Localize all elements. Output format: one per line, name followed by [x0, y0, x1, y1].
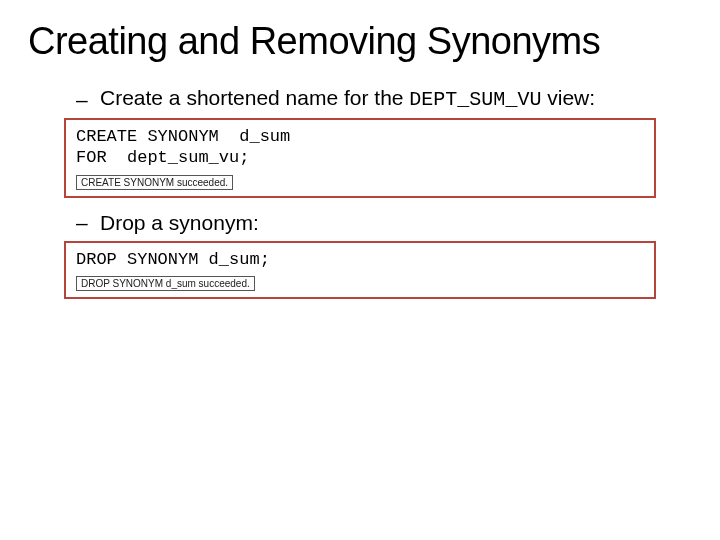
bullet-text: Create a shortened name for the DEPT_SUM… [100, 85, 595, 112]
slide-title: Creating and Removing Synonyms [28, 20, 692, 63]
bullet-text-post: view: [541, 86, 595, 109]
bullet-dash-icon: – [76, 87, 94, 112]
bullet-item-2: – Drop a synonym: [76, 210, 692, 235]
code-box-drop: DROP SYNONYM d_sum; DROP SYNONYM d_sum s… [64, 241, 656, 299]
sql-result: CREATE SYNONYM succeeded. [76, 175, 233, 190]
sql-code: CREATE SYNONYM d_sum FOR dept_sum_vu; [76, 126, 644, 169]
code-box-create: CREATE SYNONYM d_sum FOR dept_sum_vu; CR… [64, 118, 656, 198]
bullet-item-1: – Create a shortened name for the DEPT_S… [76, 85, 692, 112]
bullet-text-code: DEPT_SUM_VU [409, 88, 541, 111]
bullet-text: Drop a synonym: [100, 210, 259, 235]
sql-code: DROP SYNONYM d_sum; [76, 249, 644, 270]
sql-result: DROP SYNONYM d_sum succeeded. [76, 276, 255, 291]
bullet-text-pre: Create a shortened name for the [100, 86, 409, 109]
bullet-dash-icon: – [76, 210, 94, 235]
